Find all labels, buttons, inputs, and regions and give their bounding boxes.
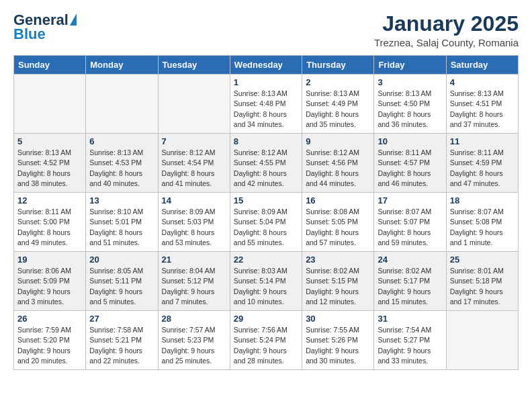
calendar-cell: 2Sunrise: 8:13 AM Sunset: 4:49 PM Daylig…	[302, 75, 374, 134]
day-info: Sunrise: 8:13 AM Sunset: 4:51 PM Dayligh…	[450, 89, 515, 130]
calendar-week-row: 5Sunrise: 8:13 AM Sunset: 4:52 PM Daylig…	[14, 134, 519, 193]
calendar-cell: 13Sunrise: 8:10 AM Sunset: 5:01 PM Dayli…	[86, 193, 158, 252]
calendar-cell: 26Sunrise: 7:59 AM Sunset: 5:20 PM Dayli…	[14, 311, 86, 370]
weekday-header-row: SundayMondayTuesdayWednesdayThursdayFrid…	[14, 56, 519, 75]
calendar-cell: 30Sunrise: 7:55 AM Sunset: 5:26 PM Dayli…	[302, 311, 374, 370]
calendar-cell: 16Sunrise: 8:08 AM Sunset: 5:05 PM Dayli…	[302, 193, 374, 252]
month-title: January 2025	[374, 12, 519, 36]
calendar-cell: 5Sunrise: 8:13 AM Sunset: 4:52 PM Daylig…	[14, 134, 86, 193]
calendar-cell: 22Sunrise: 8:03 AM Sunset: 5:14 PM Dayli…	[230, 252, 302, 311]
calendar-table: SundayMondayTuesdayWednesdayThursdayFrid…	[13, 55, 519, 370]
day-info: Sunrise: 8:12 AM Sunset: 4:56 PM Dayligh…	[306, 148, 370, 189]
day-info: Sunrise: 8:11 AM Sunset: 4:57 PM Dayligh…	[378, 148, 442, 189]
day-info: Sunrise: 8:11 AM Sunset: 4:59 PM Dayligh…	[450, 148, 515, 189]
day-number: 20	[89, 255, 154, 265]
calendar-cell: 29Sunrise: 7:56 AM Sunset: 5:24 PM Dayli…	[230, 311, 302, 370]
day-number: 2	[306, 77, 370, 87]
day-number: 25	[450, 255, 515, 265]
calendar-cell	[446, 311, 518, 370]
day-info: Sunrise: 7:55 AM Sunset: 5:26 PM Dayligh…	[306, 325, 370, 366]
day-info: Sunrise: 8:07 AM Sunset: 5:07 PM Dayligh…	[378, 207, 442, 248]
title-block: January 2025 Treznea, Salaj County, Roma…	[374, 12, 519, 48]
calendar-week-row: 12Sunrise: 8:11 AM Sunset: 5:00 PM Dayli…	[14, 193, 519, 252]
calendar-cell: 18Sunrise: 8:07 AM Sunset: 5:08 PM Dayli…	[446, 193, 518, 252]
calendar-cell: 10Sunrise: 8:11 AM Sunset: 4:57 PM Dayli…	[374, 134, 446, 193]
day-number: 7	[162, 136, 226, 146]
calendar-cell: 25Sunrise: 8:01 AM Sunset: 5:18 PM Dayli…	[446, 252, 518, 311]
calendar-cell	[86, 75, 158, 134]
calendar-cell: 1Sunrise: 8:13 AM Sunset: 4:48 PM Daylig…	[230, 75, 302, 134]
day-info: Sunrise: 8:04 AM Sunset: 5:12 PM Dayligh…	[162, 266, 226, 307]
weekday-header-tuesday: Tuesday	[158, 56, 230, 75]
day-number: 6	[89, 136, 154, 146]
calendar-cell: 3Sunrise: 8:13 AM Sunset: 4:50 PM Daylig…	[374, 75, 446, 134]
day-info: Sunrise: 8:13 AM Sunset: 4:48 PM Dayligh…	[234, 89, 298, 130]
calendar-cell: 31Sunrise: 7:54 AM Sunset: 5:27 PM Dayli…	[374, 311, 446, 370]
day-number: 4	[450, 77, 515, 87]
calendar-cell: 14Sunrise: 8:09 AM Sunset: 5:03 PM Dayli…	[158, 193, 230, 252]
day-info: Sunrise: 8:02 AM Sunset: 5:17 PM Dayligh…	[378, 266, 442, 307]
day-info: Sunrise: 8:12 AM Sunset: 4:54 PM Dayligh…	[162, 148, 226, 189]
day-number: 11	[450, 136, 515, 146]
calendar-cell: 24Sunrise: 8:02 AM Sunset: 5:17 PM Dayli…	[374, 252, 446, 311]
calendar-week-row: 19Sunrise: 8:06 AM Sunset: 5:09 PM Dayli…	[14, 252, 519, 311]
day-number: 23	[306, 255, 370, 265]
weekday-header-monday: Monday	[86, 56, 158, 75]
day-info: Sunrise: 8:06 AM Sunset: 5:09 PM Dayligh…	[17, 266, 82, 307]
day-info: Sunrise: 8:13 AM Sunset: 4:53 PM Dayligh…	[89, 148, 154, 189]
day-number: 12	[17, 195, 82, 205]
day-info: Sunrise: 8:02 AM Sunset: 5:15 PM Dayligh…	[306, 266, 370, 307]
logo: General Blue	[13, 12, 77, 43]
weekday-header-thursday: Thursday	[302, 56, 374, 75]
day-info: Sunrise: 8:09 AM Sunset: 5:03 PM Dayligh…	[162, 207, 226, 248]
location: Treznea, Salaj County, Romania	[374, 37, 519, 48]
day-number: 3	[378, 77, 442, 87]
day-number: 5	[17, 136, 82, 146]
day-info: Sunrise: 8:05 AM Sunset: 5:11 PM Dayligh…	[89, 266, 154, 307]
day-number: 28	[162, 314, 226, 324]
day-number: 8	[234, 136, 298, 146]
calendar-cell: 7Sunrise: 8:12 AM Sunset: 4:54 PM Daylig…	[158, 134, 230, 193]
calendar-cell: 19Sunrise: 8:06 AM Sunset: 5:09 PM Dayli…	[14, 252, 86, 311]
day-number: 21	[162, 255, 226, 265]
calendar-cell: 20Sunrise: 8:05 AM Sunset: 5:11 PM Dayli…	[86, 252, 158, 311]
calendar-cell: 9Sunrise: 8:12 AM Sunset: 4:56 PM Daylig…	[302, 134, 374, 193]
logo-triangle-icon	[70, 13, 77, 26]
day-number: 18	[450, 195, 515, 205]
header: General Blue January 2025 Treznea, Salaj…	[13, 12, 519, 48]
calendar-cell: 28Sunrise: 7:57 AM Sunset: 5:23 PM Dayli…	[158, 311, 230, 370]
day-info: Sunrise: 7:56 AM Sunset: 5:24 PM Dayligh…	[234, 325, 298, 366]
day-number: 1	[234, 77, 298, 87]
day-number: 14	[162, 195, 226, 205]
day-info: Sunrise: 8:09 AM Sunset: 5:04 PM Dayligh…	[234, 207, 298, 248]
calendar-cell: 21Sunrise: 8:04 AM Sunset: 5:12 PM Dayli…	[158, 252, 230, 311]
day-number: 17	[378, 195, 442, 205]
day-info: Sunrise: 8:01 AM Sunset: 5:18 PM Dayligh…	[450, 266, 515, 307]
day-info: Sunrise: 8:13 AM Sunset: 4:49 PM Dayligh…	[306, 89, 370, 130]
weekday-header-sunday: Sunday	[14, 56, 86, 75]
day-number: 31	[378, 314, 442, 324]
day-info: Sunrise: 7:58 AM Sunset: 5:21 PM Dayligh…	[89, 325, 154, 366]
weekday-header-wednesday: Wednesday	[230, 56, 302, 75]
day-info: Sunrise: 8:13 AM Sunset: 4:52 PM Dayligh…	[17, 148, 82, 189]
calendar-cell: 8Sunrise: 8:12 AM Sunset: 4:55 PM Daylig…	[230, 134, 302, 193]
day-number: 10	[378, 136, 442, 146]
calendar-page: General Blue January 2025 Treznea, Salaj…	[0, 0, 532, 382]
calendar-cell: 6Sunrise: 8:13 AM Sunset: 4:53 PM Daylig…	[86, 134, 158, 193]
calendar-cell: 4Sunrise: 8:13 AM Sunset: 4:51 PM Daylig…	[446, 75, 518, 134]
day-info: Sunrise: 8:08 AM Sunset: 5:05 PM Dayligh…	[306, 207, 370, 248]
day-info: Sunrise: 8:03 AM Sunset: 5:14 PM Dayligh…	[234, 266, 298, 307]
day-number: 15	[234, 195, 298, 205]
day-info: Sunrise: 8:12 AM Sunset: 4:55 PM Dayligh…	[234, 148, 298, 189]
calendar-cell	[14, 75, 86, 134]
calendar-cell: 23Sunrise: 8:02 AM Sunset: 5:15 PM Dayli…	[302, 252, 374, 311]
calendar-cell: 11Sunrise: 8:11 AM Sunset: 4:59 PM Dayli…	[446, 134, 518, 193]
logo-blue-text: Blue	[13, 26, 46, 43]
day-number: 30	[306, 314, 370, 324]
day-number: 29	[234, 314, 298, 324]
calendar-week-row: 26Sunrise: 7:59 AM Sunset: 5:20 PM Dayli…	[14, 311, 519, 370]
calendar-week-row: 1Sunrise: 8:13 AM Sunset: 4:48 PM Daylig…	[14, 75, 519, 134]
day-number: 26	[17, 314, 82, 324]
calendar-cell: 27Sunrise: 7:58 AM Sunset: 5:21 PM Dayli…	[86, 311, 158, 370]
weekday-header-saturday: Saturday	[446, 56, 518, 75]
